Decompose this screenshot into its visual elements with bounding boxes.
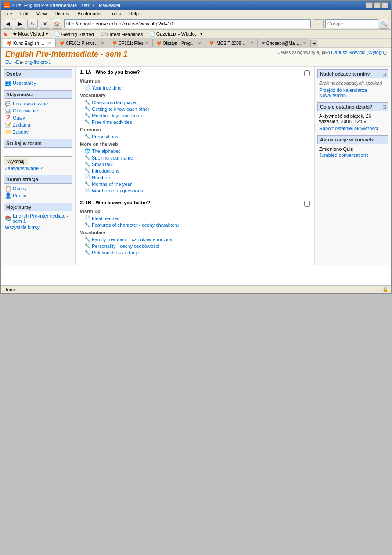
tab-close-3[interactable]: ✕: [198, 41, 201, 46]
back-button[interactable]: ◀: [3, 19, 13, 29]
section-header-aktywnosci: Aktywności: [4, 90, 72, 99]
minimize-button[interactable]: _: [366, 2, 373, 8]
sidebar-link-english-pre[interactable]: 📚 English Pre-intermediate - sem 1: [4, 213, 72, 224]
sidebar-link-zasoby[interactable]: 📁 Zasoby: [4, 128, 72, 135]
menu-tools[interactable]: Tools: [108, 11, 123, 17]
link-free-time-activities[interactable]: 🔧 Free time activities: [80, 119, 310, 125]
link-your-free-time[interactable]: 📄 Your free time: [80, 84, 310, 91]
menu-file[interactable]: File: [3, 11, 14, 17]
menu-edit[interactable]: Edit: [18, 11, 30, 17]
new-tab-button[interactable]: +: [310, 40, 318, 47]
tab-cf101-files[interactable]: 🦊 CF101: Files ✕: [108, 39, 152, 47]
link-relationships[interactable]: 🔧 Relationships - relacje: [80, 249, 310, 256]
link-numbers[interactable]: 📄 Numbers: [80, 174, 310, 181]
tab-close-5[interactable]: ✕: [303, 41, 306, 46]
link-personality[interactable]: 🔧 Personality - cechy osobowości: [80, 243, 310, 249]
breadcrumb-euhe[interactable]: EUH-E: [5, 60, 19, 65]
bookmark-doc-icon: 📄: [54, 31, 61, 37]
forum-search-button[interactable]: Wykonaj: [4, 158, 28, 165]
tab-kurs-english[interactable]: 🦊 Kurs: English Pre-... ✕: [3, 39, 55, 47]
tab-close-2[interactable]: ✕: [145, 41, 148, 46]
section-2-checkbox[interactable]: [304, 201, 310, 207]
link-calendar[interactable]: Przejdź do kalendarza: [319, 87, 367, 93]
go-button[interactable]: →: [313, 19, 324, 28]
breadcrumb-engfile[interactable]: eng-file-pre-1: [25, 60, 51, 65]
bookmark-getting-started[interactable]: 📄 Getting Started: [53, 31, 95, 37]
sidebar-link-glosowanie[interactable]: 📊 Głosowanie: [4, 107, 72, 114]
sidebar-link-uczestnicy[interactable]: 👥 Uczestnicy: [4, 80, 72, 87]
browser-window: 🦊 Kurs: English Pre-intermediate - sem 1…: [0, 0, 392, 294]
terminy-expand-icon[interactable]: □: [383, 71, 386, 76]
logged-user-link[interactable]: Dariusz Nowicki: [331, 50, 365, 55]
sidebar-link-zadania[interactable]: 📝 Zadania: [4, 121, 72, 128]
close-button[interactable]: ×: [381, 2, 388, 8]
quiz-icon: ❓: [5, 115, 11, 121]
menu-history[interactable]: History: [53, 11, 71, 17]
search-input[interactable]: [325, 19, 378, 28]
sidebar-section-moje-kursy: Moje kursy 📚 English Pre-intermediate - …: [4, 203, 72, 230]
logout-link[interactable]: Wyloguj: [368, 50, 385, 55]
tab-olsztyn[interactable]: 🦊 Olsztyn - Progno... ✕: [152, 39, 205, 47]
stop-button[interactable]: ✕: [40, 19, 50, 29]
bookmark-latest-headlines[interactable]: 📰 Latest Headlines: [99, 31, 144, 37]
tool-icon-9: 🔧: [84, 181, 90, 187]
advanced-search-link[interactable]: Zaawansowane ?: [4, 165, 72, 171]
section-header-moje-kursy: Moje kursy: [4, 203, 72, 211]
tab-cf101-pierwsze[interactable]: 🦊 CF101: Pierwsze... ✕: [55, 39, 108, 47]
url-input[interactable]: [64, 19, 311, 28]
sidebar-link-profile[interactable]: 👤 Profile: [4, 192, 72, 199]
maximize-button[interactable]: □: [374, 2, 381, 8]
title-buttons[interactable]: _ □ ×: [366, 2, 388, 8]
sidebar-section-search: Szukaj w forum Wykonaj Zaawansowane ?: [4, 139, 72, 171]
tab-close-4[interactable]: ✕: [250, 41, 254, 46]
link-ideal-teacher[interactable]: 📄 Ideal teacher: [80, 215, 310, 221]
section-1-checkbox[interactable]: [304, 70, 310, 76]
section-2-title: 2. 1B - Who knows you better?: [80, 200, 150, 205]
link-months-days-hours[interactable]: 🔧 Months, days and hours: [80, 112, 310, 119]
sidebar-link-quizy[interactable]: ❓ Quizy: [4, 114, 72, 121]
reload-button[interactable]: ↻: [27, 19, 38, 29]
tab-icon-5: ✉: [262, 41, 265, 46]
tab-slovari[interactable]: ✉ Словари@Mail.R... ✕: [258, 39, 310, 47]
link-small-talk[interactable]: 🔧 Small talk: [80, 161, 310, 167]
link-getting-to-know[interactable]: 🔧 Getting to know each other: [80, 105, 310, 112]
sidebar-link-oceny[interactable]: 📋 Oceny: [4, 185, 72, 192]
menu-bar: File Edit View History Bookmarks Tools H…: [1, 10, 391, 18]
link-last-activity[interactable]: Raport ostatniej aktywności: [319, 126, 378, 131]
link-features-character[interactable]: 🔧 Features of character - cechy charakte…: [80, 221, 310, 228]
forum-search-input[interactable]: [4, 149, 72, 157]
link-alphabet[interactable]: 🌐 The alphabet: [80, 148, 310, 154]
window-title: Kurs: English Pre-intermediate - sem 1 -…: [11, 3, 120, 8]
forward-button[interactable]: ▶: [15, 19, 25, 29]
link-months-of-year[interactable]: 🔧 Months of the year: [80, 181, 310, 187]
tab-imcsit[interactable]: 🦊 IMCSIT 2008 Pap... ✕: [205, 39, 258, 47]
toolbar: ◀ ▶ ↻ ✕ 🏠 → 🔍: [1, 18, 391, 30]
link-jumbled-conversations[interactable]: Jumbled conversations: [319, 152, 369, 158]
search-button[interactable]: 🔍: [379, 19, 389, 29]
tool-icon-5: 🔧: [84, 134, 90, 139]
bookmark-most-visited[interactable]: ★ Most Visited ▾: [11, 31, 50, 37]
link-introductions[interactable]: 🔧 Introductions: [80, 167, 310, 174]
tab-icon-0: 🦊: [7, 41, 12, 46]
sidebar-link-all-courses[interactable]: Wszystkie kursy ...: [4, 224, 72, 230]
grades-icon: 📋: [5, 185, 11, 192]
link-new-term[interactable]: Nowy termin...: [319, 93, 350, 98]
menu-bookmarks[interactable]: Bookmarks: [76, 11, 104, 17]
tabs-bar: 🦊 Kurs: English Pre-... ✕ 🦊 CF101: Pierw…: [1, 39, 391, 48]
menu-help[interactable]: Help: [127, 11, 140, 17]
title-bar-left: 🦊 Kurs: English Pre-intermediate - sem 1…: [4, 2, 120, 8]
link-classroom-language[interactable]: 🔧 Classroom language: [80, 99, 310, 105]
link-prepositions[interactable]: 🔧 Prepositions: [80, 133, 310, 140]
page-title: English Pre-intermediate - sem 1: [5, 50, 128, 59]
menu-view[interactable]: View: [35, 11, 49, 17]
home-button[interactable]: 🏠: [52, 19, 62, 29]
bookmark-gazeta[interactable]: 📄 Gazeta.pl - Wiado... ▾: [148, 31, 204, 37]
link-family-members[interactable]: 🔧 Family members - członkowie rodziny: [80, 236, 310, 243]
sidebar-link-fora[interactable]: 💬 Fora dyskusyjne: [4, 100, 72, 107]
link-word-order[interactable]: 📄 Word order in questions: [80, 187, 310, 194]
sidebar-section-osoby: Osoby 👥 Uczestnicy: [4, 69, 72, 87]
link-spelling-name[interactable]: 🔧 Spelling your name: [80, 154, 310, 161]
tab-close-1[interactable]: ✕: [101, 41, 104, 46]
tab-close-0[interactable]: ✕: [48, 41, 51, 46]
activity-expand-icon[interactable]: □: [383, 104, 386, 109]
